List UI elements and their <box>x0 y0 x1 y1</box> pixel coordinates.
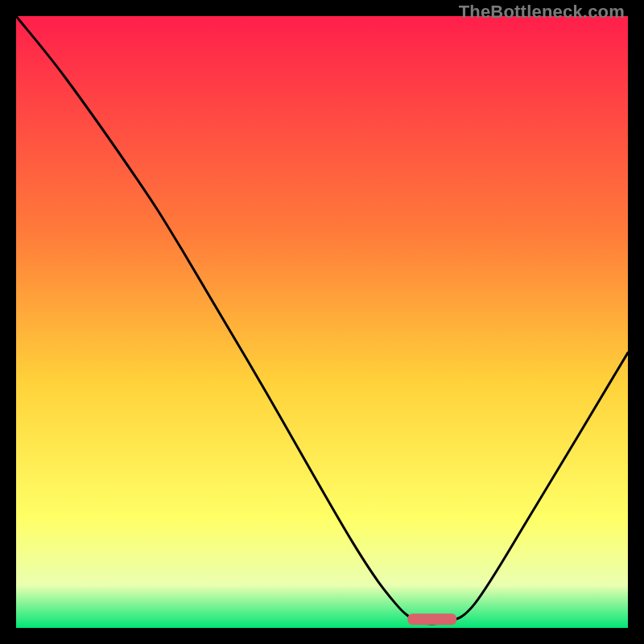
bottleneck-plot <box>16 16 628 628</box>
gradient-background <box>16 16 628 628</box>
watermark-text: TheBottleneck.com <box>459 2 625 23</box>
optimal-marker <box>407 613 456 625</box>
chart-frame <box>16 16 628 628</box>
